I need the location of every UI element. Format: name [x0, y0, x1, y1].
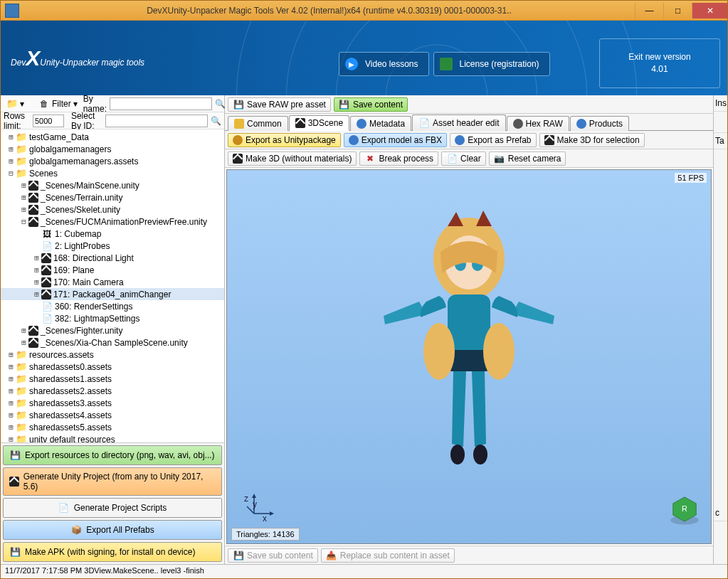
selectbyid-input[interactable] [105, 115, 208, 127]
tree-item[interactable]: ⊞sharedassets0.assets [1, 361, 224, 373]
tree-item[interactable]: ⊞globalgamemanagers.assets [1, 155, 224, 167]
tab-common[interactable]: Common [228, 116, 288, 131]
export-resources-button[interactable]: 💾 Export resources to directory (png, wa… [3, 445, 222, 465]
c-tab[interactable]: c [714, 505, 727, 521]
tags-tab[interactable]: Ta [714, 133, 727, 149]
expand-toggle[interactable]: ⊞ [32, 265, 41, 275]
orientation-gizmo[interactable]: R [665, 489, 704, 528]
byname-input[interactable] [110, 97, 212, 110]
expand-toggle[interactable]: ⊞ [19, 338, 28, 347]
tree-item[interactable]: ⊟_Scenes/FUCMAnimationPreviewFree.unity [1, 216, 224, 228]
expand-toggle[interactable]: ⊞ [19, 326, 28, 335]
minimize-button[interactable]: — [635, 3, 663, 18]
asset-tree[interactable]: ⊞testGame_Data⊞globalgamemanagers⊞global… [1, 129, 224, 442]
folder-icon [6, 98, 18, 110]
clear-button[interactable]: Clear [441, 152, 486, 166]
tree-item[interactable]: ⊞171: Package04_animChanger [1, 288, 224, 300]
expand-toggle[interactable]: ⊞ [19, 193, 28, 202]
save-raw-button[interactable]: 💾Save RAW pre asset [228, 97, 331, 112]
tree-item[interactable]: ⊞170: Main Camera [1, 276, 224, 288]
expand-toggle[interactable]: ⊞ [6, 374, 16, 383]
close-button[interactable]: ✕ [692, 3, 727, 18]
inspector-tab[interactable]: Ins [714, 95, 727, 112]
exit-version-button[interactable]: Exit new version4.01 [599, 38, 720, 88]
tree-item[interactable]: ⊞_Scenes/Skelet.unity [1, 203, 224, 216]
tree-item[interactable]: ⊞resources.assets [1, 349, 224, 361]
video-lessons-button[interactable]: ▶ Video lessons [339, 52, 429, 76]
tree-item[interactable]: ⊞sharedassets2.assets [1, 385, 224, 397]
generate-scripts-button[interactable]: 📄 Generate Project Scripts [3, 498, 222, 518]
binoculars-icon[interactable]: 🔍 [215, 98, 226, 110]
reset-camera-button[interactable]: 📷Reset camera [489, 152, 566, 166]
binoculars-icon[interactable]: 🔍 [211, 115, 221, 127]
tree-item[interactable]: ⊞168: Directional Light [1, 252, 224, 264]
expand-toggle[interactable]: ⊟ [6, 169, 16, 178]
export-prefab-button[interactable]: Export as Prefab [450, 133, 536, 147]
tree-item[interactable]: ⊞sharedassets1.assets [1, 373, 224, 385]
export-fbx-button[interactable]: Export model as FBX [344, 133, 447, 147]
make-3d-button[interactable]: Make 3D (without materials) [228, 152, 357, 166]
make-apk-button[interactable]: 💾 Make APK (with signing, for install on… [3, 542, 222, 562]
filter-button[interactable]: 🗑Filter ▾ [36, 97, 80, 110]
expand-toggle[interactable]: ⊞ [19, 205, 28, 214]
tab-asset-header[interactable]: Asset header edit [412, 115, 505, 131]
rowslimit-input[interactable] [33, 115, 64, 127]
3d-viewport[interactable]: 51 FPS Triangles: 14136 yzx R [226, 169, 712, 544]
tab-metadata[interactable]: Metadata [350, 116, 411, 131]
break-process-button[interactable]: ✖Break process [359, 152, 438, 166]
tree-item[interactable]: 360: RenderSettings [1, 300, 224, 312]
expand-toggle[interactable]: ⊞ [6, 435, 16, 442]
tree-item[interactable]: ⊟Scenes [1, 167, 224, 179]
left-panel: ▾ 🗑Filter ▾ By name: 🔍 Rows limit: Selec… [1, 95, 225, 564]
expand-toggle[interactable]: ⊞ [6, 423, 16, 432]
tree-item[interactable]: ⊞sharedassets4.assets [1, 409, 224, 421]
tree-item[interactable]: ⊞_Scenes/Xia-Chan SampleScene.unity [1, 336, 224, 349]
save-icon: 💾 [339, 99, 350, 110]
tree-item[interactable]: ⊞globalgamemanagers [1, 143, 224, 155]
expand-toggle[interactable]: ⊞ [6, 362, 16, 371]
tab-products[interactable]: Products [570, 116, 629, 131]
inspector-panel[interactable]: Ins Ta c [713, 95, 727, 564]
export-unitypackage-button[interactable]: Export as Unitypackage [228, 133, 341, 147]
expand-toggle[interactable]: ⊞ [6, 386, 16, 395]
tree-item[interactable]: ⊞testGame_Data [1, 131, 224, 143]
tree-item[interactable]: ⊞_Scenes/Fighter.unity [1, 324, 224, 336]
export-prefabs-button[interactable]: 📦 Export All Prefabs [3, 520, 222, 540]
expand-toggle[interactable]: ⊞ [6, 156, 16, 166]
folder-icon [16, 132, 27, 143]
tree-item-label: sharedassets5.assets [29, 423, 112, 432]
expand-toggle[interactable]: ⊞ [6, 132, 16, 142]
expand-toggle[interactable]: ⊟ [19, 217, 28, 226]
tree-item[interactable]: 🖼1: Cubemap [1, 228, 224, 240]
tree-item[interactable]: 382: LightmapSettings [1, 312, 224, 324]
save-sub-content-button[interactable]: 💾Save sub content [228, 548, 318, 563]
tree-item-label: _Scenes/Terrain.unity [41, 193, 122, 203]
tab-3dscene[interactable]: 3DScene [289, 115, 349, 131]
expand-toggle[interactable]: ⊞ [6, 398, 16, 408]
tree-item[interactable]: 2: LightProbes [1, 240, 224, 252]
tab-hex[interactable]: Hex RAW [507, 116, 569, 131]
make-3d-selection-button[interactable]: Make 3D for selection [539, 133, 645, 147]
expand-toggle[interactable]: ⊞ [19, 181, 28, 190]
tree-item[interactable]: ⊞169: Plane [1, 264, 224, 276]
expand-toggle[interactable]: ⊞ [6, 410, 16, 420]
titlebar: DevXUnity-Unpacker Magic Tools Ver 4.02 … [1, 1, 727, 21]
tree-item[interactable]: ⊞unity default resources [1, 433, 224, 442]
expand-toggle[interactable]: ⊞ [32, 290, 41, 299]
generate-unity-project-button[interactable]: Generate Unity Project (from any to Unit… [3, 467, 222, 496]
maximize-button[interactable]: □ [663, 3, 692, 18]
folder-open-button[interactable]: ▾ [4, 97, 27, 110]
replace-sub-content-button[interactable]: 📥Replace sub content in asset [321, 548, 455, 563]
expand-toggle[interactable]: ⊞ [6, 350, 16, 359]
tree-item[interactable]: ⊞sharedassets3.assets [1, 397, 224, 409]
expand-toggle[interactable]: ⊞ [6, 144, 16, 154]
tree-item[interactable]: ⊞_Scenes/Terrain.unity [1, 191, 224, 203]
expand-toggle[interactable]: ⊞ [32, 253, 41, 262]
tree-item[interactable]: ⊞sharedassets5.assets [1, 421, 224, 433]
unity-icon [41, 253, 51, 263]
tree-item[interactable]: ⊞_Scenes/MainScene.unity [1, 179, 224, 191]
svg-point-16 [423, 323, 455, 380]
save-content-button[interactable]: 💾Save content [334, 97, 408, 112]
expand-toggle[interactable]: ⊞ [32, 277, 41, 287]
license-button[interactable]: License (registration) [433, 52, 550, 76]
